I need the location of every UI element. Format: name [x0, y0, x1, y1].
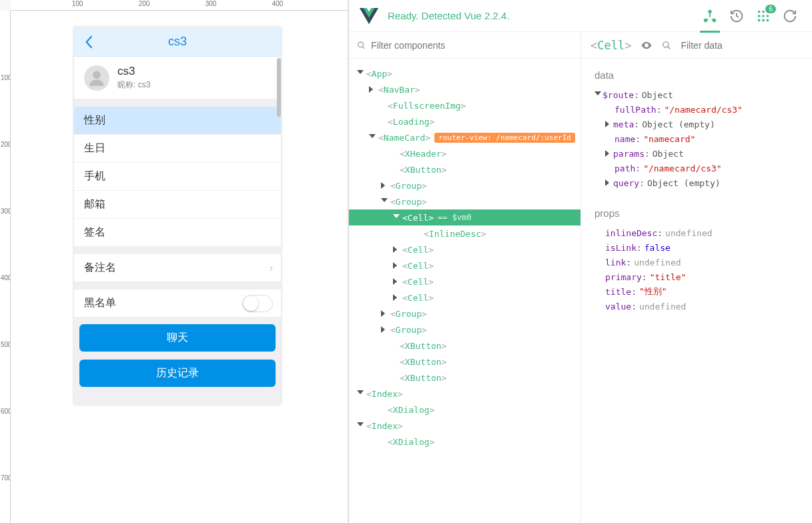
cell-label: 生日	[84, 141, 105, 155]
ruler-mark: 500	[1, 341, 11, 348]
tree-node[interactable]: <Group>	[349, 177, 580, 193]
cell-signature[interactable]: 签名	[74, 219, 281, 247]
kv-row[interactable]: query: Object (empty)	[594, 175, 799, 190]
kv-row[interactable]: isLink: false	[594, 240, 799, 255]
svg-point-11	[762, 19, 765, 21]
ruler-mark: 400	[1, 274, 11, 282]
svg-point-13	[358, 42, 364, 47]
devtools-header: Ready. Detected Vue 2.2.4. 6	[349, 0, 812, 32]
remark-group: 备注名 ›	[74, 253, 281, 282]
filter-components-input[interactable]	[371, 40, 572, 51]
events-badge: 6	[765, 5, 776, 13]
cell-remark[interactable]: 备注名 ›	[74, 254, 281, 282]
kv-row[interactable]: meta: Object (empty)	[594, 117, 799, 131]
tree-node[interactable]: <InlineDesc>	[349, 225, 580, 241]
profile-name: cs3	[117, 65, 150, 78]
svg-point-0	[93, 71, 101, 79]
inspector-body[interactable]: data $route: Object fullPath: "/namecard…	[581, 59, 812, 324]
tree-node[interactable]: <Loading>	[349, 113, 580, 129]
component-tree[interactable]: <App> <NavBar> <FullscreenImg> <Loading>…	[349, 59, 580, 456]
cell-label: 手机	[84, 169, 105, 183]
search-icon	[662, 41, 671, 50]
ruler-mark: 100	[72, 0, 83, 7]
devtools-status: Ready. Detected Vue 2.2.4.	[388, 10, 703, 21]
eye-icon[interactable]	[641, 39, 653, 51]
scrollbar[interactable]	[277, 58, 281, 117]
cell-birthday[interactable]: 生日	[74, 135, 281, 163]
cell-label: 签名	[84, 225, 105, 239]
canvas-area[interactable]: cs3 cs3 昵称: cs3 性别 生日 手机 邮箱 签名	[11, 11, 348, 523]
kv-row[interactable]: title: "性别"	[594, 284, 799, 299]
kv-row[interactable]: value: undefined	[594, 299, 799, 314]
chevron-right-icon: ›	[270, 262, 273, 274]
tree-node[interactable]: <Group>	[349, 193, 580, 209]
tree-node[interactable]: <XDialog>	[349, 434, 580, 450]
design-canvas-pane: 100 200 300 400 100 200 300 400 500 600 …	[0, 0, 348, 523]
inspector-panel: <Cell> data $route: Object fullPath: "/n…	[581, 32, 812, 523]
devtools-tabs: 6	[703, 9, 801, 23]
refresh-icon	[783, 9, 797, 23]
svg-point-12	[767, 19, 769, 21]
ruler-mark: 600	[1, 408, 11, 415]
tree-node-selected[interactable]: <Cell>== $vm0	[349, 209, 580, 225]
tree-node[interactable]: <XButton>	[349, 370, 580, 386]
tree-node[interactable]: <Cell>	[349, 274, 580, 290]
tree-node[interactable]: <NameCard>router-view: /namecard/:userId	[349, 129, 580, 145]
tree-node[interactable]: <XDialog>	[349, 402, 580, 418]
tree-node[interactable]: <XHeader>	[349, 145, 580, 161]
action-buttons: 聊天 历史记录	[74, 318, 281, 404]
filter-data-input[interactable]	[681, 40, 797, 51]
toggle-switch[interactable]	[242, 295, 273, 312]
tree-node[interactable]: <Group>	[349, 306, 580, 322]
profile-nickname: 昵称: cs3	[117, 79, 150, 91]
kv-row[interactable]: primary: "title"	[594, 270, 799, 284]
chat-button[interactable]: 聊天	[79, 324, 276, 352]
history-button[interactable]: 历史记录	[79, 360, 276, 387]
tree-node[interactable]: <Index>	[349, 386, 580, 402]
svg-line-16	[668, 46, 671, 49]
tree-node[interactable]: <Cell>	[349, 290, 580, 306]
blacklist-group: 黑名单	[74, 289, 281, 318]
tab-events[interactable]: 6	[756, 9, 771, 23]
section-data: data	[594, 69, 799, 81]
tab-components[interactable]	[703, 9, 717, 23]
tab-vuex[interactable]	[729, 9, 744, 23]
kv-row[interactable]: $route: Object	[594, 87, 799, 102]
tree-node[interactable]: <Group>	[349, 322, 580, 338]
profile-row[interactable]: cs3 昵称: cs3	[74, 57, 281, 99]
tree-node[interactable]: <Index>	[349, 418, 580, 434]
ruler-vertical: 100 200 300 400 500 600 700	[0, 11, 11, 523]
cell-label: 黑名单	[84, 296, 116, 310]
cell-phone[interactable]: 手机	[74, 163, 281, 191]
kv-row[interactable]: fullPath: "/namecard/cs3"	[594, 102, 799, 117]
tree-node[interactable]: <NavBar>	[349, 81, 580, 97]
person-icon	[87, 69, 106, 87]
filter-components[interactable]	[349, 32, 580, 59]
svg-point-1	[708, 9, 712, 13]
tree-node[interactable]: <App>	[349, 65, 580, 81]
tree-node[interactable]: <XButton>	[349, 354, 580, 370]
tree-node[interactable]: <XButton>	[349, 338, 580, 354]
tab-refresh[interactable]	[783, 9, 797, 23]
kv-row[interactable]: path: "/namecard/cs3"	[594, 161, 799, 175]
components-icon	[703, 9, 717, 23]
tree-node[interactable]: <FullscreenImg>	[349, 97, 580, 113]
kv-row[interactable]: name: "namecard"	[594, 131, 799, 146]
avatar	[84, 65, 109, 91]
tree-node[interactable]: <XButton>	[349, 161, 580, 177]
tree-node[interactable]: <Cell>	[349, 257, 580, 274]
kv-row[interactable]: params: Object	[594, 146, 799, 161]
kv-row[interactable]: inlineDesc: undefined	[594, 225, 799, 240]
ruler-mark: 100	[1, 74, 11, 81]
cell-gender[interactable]: 性别	[74, 107, 281, 135]
svg-point-5	[762, 10, 765, 13]
section-props: props	[594, 207, 799, 219]
vue-logo-icon	[360, 7, 378, 25]
inspector-header: <Cell>	[581, 32, 812, 59]
kv-row[interactable]: link: undefined	[594, 255, 799, 270]
cell-email[interactable]: 邮箱	[74, 191, 281, 219]
ruler-mark: 200	[139, 0, 150, 7]
ruler-mark: 300	[206, 0, 217, 7]
tree-node[interactable]: <Cell>	[349, 241, 580, 257]
cell-blacklist[interactable]: 黑名单	[74, 290, 281, 318]
